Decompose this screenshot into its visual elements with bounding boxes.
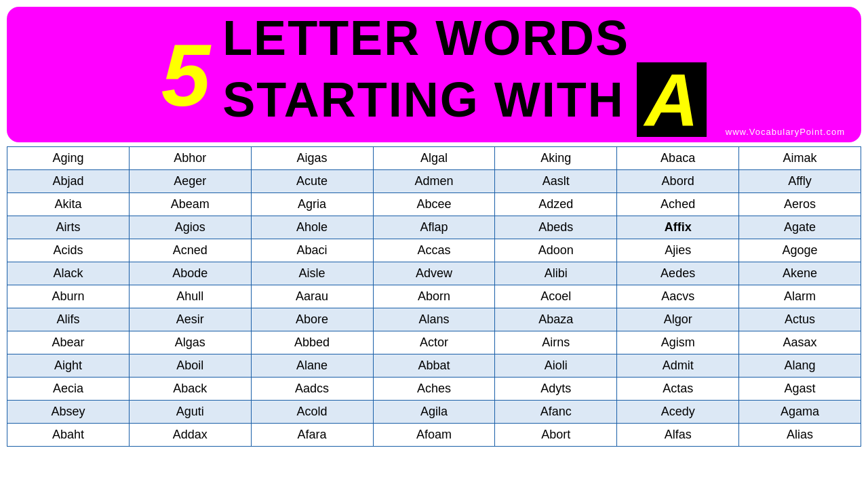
table-cell: Aecia <box>7 378 130 401</box>
website-label: www.VocabularyPoint.com <box>726 127 845 137</box>
table-row: AburnAhullAarauAbornAcoelAacvsAlarm <box>7 285 861 308</box>
table-cell: Agios <box>129 216 251 239</box>
table-row: AbseyAgutiAcoldAgilaAfancAcedyAgama <box>7 401 861 424</box>
table-cell: Alarm <box>739 285 861 308</box>
table-cell: Aches <box>373 378 495 401</box>
table-cell: Aarau <box>251 285 373 308</box>
table-cell: Acned <box>129 239 251 262</box>
table-row: AcidsAcnedAbaciAccasAdoonAjiesAgoge <box>7 239 861 262</box>
table-cell: Aadcs <box>251 378 373 401</box>
table-cell: Actas <box>617 378 739 401</box>
table-cell: Afanc <box>495 401 617 424</box>
table-cell: Aimak <box>739 147 861 170</box>
table-cell: Accas <box>373 239 495 262</box>
table-cell: Advew <box>373 262 495 285</box>
table-cell: Acoel <box>495 285 617 308</box>
table-cell: Aacvs <box>617 285 739 308</box>
table-row: AeciaAbackAadcsAchesAdytsActasAgast <box>7 378 861 401</box>
table-cell: Alang <box>739 354 861 378</box>
table-cell: Adoon <box>495 239 617 262</box>
table-cell: Affix <box>617 216 739 239</box>
table-cell: Adzed <box>495 193 617 216</box>
table-cell: Aeros <box>739 193 861 216</box>
table-cell: Aigas <box>251 147 373 170</box>
table-row: AlifsAesirAboreAlansAbazaAlgorActus <box>7 308 861 331</box>
table-cell: Abore <box>251 308 373 331</box>
table-cell: Aborn <box>373 285 495 308</box>
table-cell: Abeam <box>129 193 251 216</box>
table-cell: Abode <box>129 262 251 285</box>
header-letter: A <box>637 62 707 137</box>
table-cell: Agate <box>739 216 861 239</box>
table-cell: Abort <box>495 424 617 447</box>
table-cell: Alias <box>739 424 861 447</box>
table-cell: Abjad <box>7 170 130 193</box>
table-cell: Alfas <box>617 424 739 447</box>
table-cell: Ached <box>617 193 739 216</box>
header-line2: STARTING WITH <box>222 75 625 124</box>
table-cell: Aasax <box>739 331 861 354</box>
table-cell: Afoam <box>373 424 495 447</box>
header-number: 5 <box>161 31 210 119</box>
table-cell: Alans <box>373 308 495 331</box>
table-row: AbjadAegerAcuteAdmenAasltAbordAffly <box>7 170 861 193</box>
table-cell: Aback <box>129 378 251 401</box>
table-cell: Abcee <box>373 193 495 216</box>
table-cell: Abaht <box>7 424 130 447</box>
table-cell: Actor <box>373 331 495 354</box>
table-cell: Aedes <box>617 262 739 285</box>
table-cell: Aging <box>7 147 130 170</box>
table-row: AightAboilAlaneAbbatAioliAdmitAlang <box>7 354 861 378</box>
table-cell: Abbed <box>251 331 373 354</box>
table-cell: Acedy <box>617 401 739 424</box>
table-cell: Aioli <box>495 354 617 378</box>
table-cell: Adyts <box>495 378 617 401</box>
table-cell: Algas <box>129 331 251 354</box>
table-row: AlackAbodeAisleAdvewAlibiAedesAkene <box>7 262 861 285</box>
table-cell: Akita <box>7 193 130 216</box>
table-cell: Addax <box>129 424 251 447</box>
table-cell: Aking <box>495 147 617 170</box>
header-line2-row: STARTING WITH A <box>222 62 707 137</box>
table-cell: Aesir <box>129 308 251 331</box>
table-cell: Airts <box>7 216 130 239</box>
table-cell: Aflap <box>373 216 495 239</box>
table-cell: Alibi <box>495 262 617 285</box>
table-cell: Abaca <box>617 147 739 170</box>
table-cell: Algor <box>617 308 739 331</box>
table-cell: Akene <box>739 262 861 285</box>
table-cell: Aaslt <box>495 170 617 193</box>
table-cell: Abhor <box>129 147 251 170</box>
table-cell: Agria <box>251 193 373 216</box>
table-cell: Abbat <box>373 354 495 378</box>
table-cell: Aburn <box>7 285 130 308</box>
table-row: AgingAbhorAigasAlgalAkingAbacaAimak <box>7 147 861 170</box>
table-cell: Abord <box>617 170 739 193</box>
table-cell: Aboil <box>129 354 251 378</box>
word-table: AgingAbhorAigasAlgalAkingAbacaAimakAbjad… <box>7 146 861 447</box>
table-row: AkitaAbeamAgriaAbceeAdzedAchedAeros <box>7 193 861 216</box>
table-cell: Affly <box>739 170 861 193</box>
table-cell: Acids <box>7 239 130 262</box>
table-cell: Agast <box>739 378 861 401</box>
table-cell: Ahull <box>129 285 251 308</box>
table-cell: Acold <box>251 401 373 424</box>
table-cell: Agism <box>617 331 739 354</box>
table-row: AbahtAddaxAfaraAfoamAbortAlfasAlias <box>7 424 861 447</box>
header-text-block: LETTER WORDS STARTING WITH A <box>222 14 707 137</box>
table-row: AirtsAgiosAholeAflapAbedsAffixAgate <box>7 216 861 239</box>
table-cell: Alack <box>7 262 130 285</box>
table-cell: Aguti <box>129 401 251 424</box>
table-cell: Admit <box>617 354 739 378</box>
table-cell: Agoge <box>739 239 861 262</box>
table-cell: Aight <box>7 354 130 378</box>
table-row: AbearAlgasAbbedActorAirnsAgismAasax <box>7 331 861 354</box>
table-cell: Algal <box>373 147 495 170</box>
table-cell: Absey <box>7 401 130 424</box>
table-cell: Acute <box>251 170 373 193</box>
table-cell: Airns <box>495 331 617 354</box>
table-cell: Abaza <box>495 308 617 331</box>
page-header: 5 LETTER WORDS STARTING WITH A www.Vocab… <box>7 7 861 142</box>
table-cell: Afara <box>251 424 373 447</box>
table-cell: Ajies <box>617 239 739 262</box>
